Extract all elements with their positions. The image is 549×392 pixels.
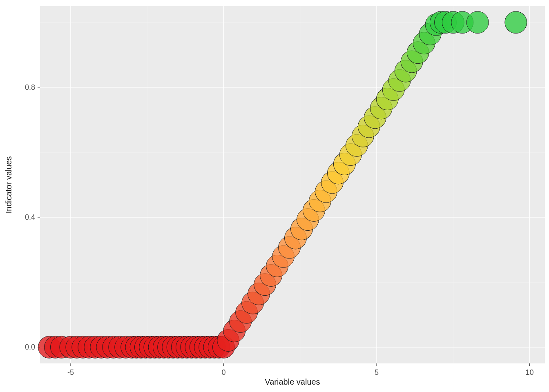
panel-background [40, 6, 545, 363]
chart-root: { "chart_data": { "type": "scatter", "ti… [0, 0, 549, 392]
data-point [505, 11, 527, 33]
y-tick-label: 0.8 [25, 83, 35, 91]
y-axis-title: Indicator values [4, 156, 13, 213]
x-axis-title: Variable values [265, 377, 320, 386]
y-tick-label: 0.4 [25, 213, 35, 221]
x-tick-label: -5 [67, 368, 74, 376]
scatter-plot: -505100.00.40.8 Variable values Indicato… [0, 0, 549, 392]
data-point [466, 11, 489, 33]
x-tick-label: 5 [375, 368, 379, 376]
x-tick-label: 10 [526, 368, 534, 376]
y-tick-label: 0.0 [25, 343, 35, 351]
x-tick-label: 0 [221, 368, 225, 376]
